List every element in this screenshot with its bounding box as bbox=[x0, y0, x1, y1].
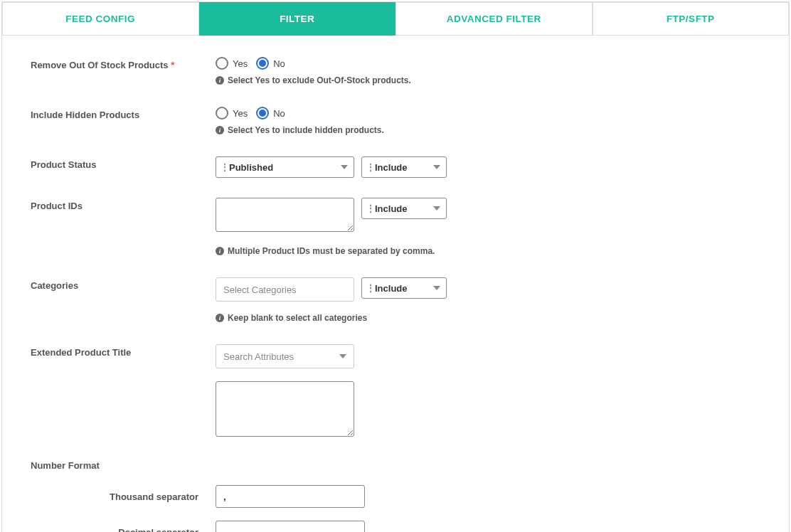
decimal-sep-input[interactable] bbox=[216, 521, 365, 532]
extended-title-attr-select[interactable]: Search Attributes bbox=[216, 344, 354, 368]
info-icon: i bbox=[216, 314, 224, 322]
hint-product-ids: i Multiple Product IDs must be separated… bbox=[216, 246, 760, 256]
extended-title-input[interactable] bbox=[216, 381, 354, 437]
tab-feed-config[interactable]: FEED CONFIG bbox=[2, 2, 199, 36]
drag-icon: ⋮ bbox=[221, 162, 228, 172]
tabs: FEED CONFIG FILTER ADVANCED FILTER FTP/S… bbox=[2, 2, 789, 36]
categories-mode-select[interactable]: ⋮ Include bbox=[361, 277, 447, 299]
drag-icon: ⋮ bbox=[366, 162, 373, 172]
label-include-hidden: Include Hidden Products bbox=[31, 107, 216, 120]
label-remove-oos: Remove Out Of Stock Products * bbox=[31, 57, 216, 70]
chevron-down-icon bbox=[433, 165, 440, 169]
label-number-format: Number Format bbox=[31, 460, 760, 471]
label-decimal-sep: Decimal separator bbox=[31, 527, 216, 533]
tab-advanced-filter[interactable]: ADVANCED FILTER bbox=[396, 2, 593, 36]
drag-icon: ⋮ bbox=[366, 283, 373, 293]
chevron-down-icon bbox=[341, 165, 348, 169]
label-product-ids: Product IDs bbox=[31, 198, 216, 211]
label-thousand-sep: Thousand separator bbox=[31, 491, 216, 502]
info-icon: i bbox=[216, 126, 224, 134]
chevron-down-icon bbox=[339, 354, 346, 358]
hint-remove-oos: i Select Yes to exclude Out-Of-Stock pro… bbox=[216, 75, 760, 85]
label-extended-title: Extended Product Title bbox=[31, 344, 216, 358]
filter-panel: Remove Out Of Stock Products * Yes No i … bbox=[2, 36, 789, 532]
remove-oos-yes[interactable]: Yes bbox=[216, 57, 248, 70]
include-hidden-no[interactable]: No bbox=[256, 107, 285, 119]
product-ids-input[interactable] bbox=[216, 198, 354, 232]
include-hidden-yes[interactable]: Yes bbox=[216, 107, 248, 119]
tab-ftp-sftp[interactable]: FTP/SFTP bbox=[593, 2, 790, 36]
chevron-down-icon bbox=[433, 206, 440, 211]
label-product-status: Product Status bbox=[31, 156, 216, 170]
drag-icon: ⋮ bbox=[366, 203, 373, 213]
product-status-select[interactable]: ⋮ Published bbox=[216, 156, 354, 178]
chevron-down-icon bbox=[433, 286, 440, 290]
info-icon: i bbox=[216, 76, 224, 85]
product-status-mode-select[interactable]: ⋮ Include bbox=[361, 156, 447, 178]
remove-oos-no[interactable]: No bbox=[256, 57, 285, 70]
label-categories: Categories bbox=[31, 277, 216, 291]
hint-categories: i Keep blank to select all categories bbox=[216, 313, 760, 323]
tab-filter[interactable]: FILTER bbox=[199, 2, 396, 36]
info-icon: i bbox=[216, 247, 224, 255]
product-ids-mode-select[interactable]: ⋮ Include bbox=[361, 198, 447, 219]
thousand-sep-input[interactable] bbox=[216, 485, 365, 508]
categories-select[interactable]: Select Categories bbox=[216, 277, 354, 302]
hint-include-hidden: i Select Yes to include hidden products. bbox=[216, 125, 760, 135]
